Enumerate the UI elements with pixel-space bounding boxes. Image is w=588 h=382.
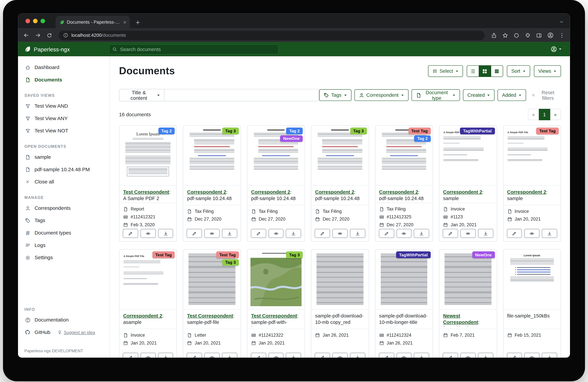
sidebar-item-dashboard[interactable]: Dashboard [18,61,110,74]
app-brand[interactable]: Paperless-ngx [24,46,70,53]
sidebar-item-sample[interactable]: sample [18,151,110,163]
tab-close-icon[interactable] [123,20,127,24]
zoom-window-button[interactable] [41,19,45,23]
sidebar-item-close-all[interactable]: Close all [18,176,110,188]
view-button[interactable] [204,353,220,358]
download-button[interactable] [414,353,429,358]
tag-badge[interactable]: TagWithPartial [396,251,431,258]
view-button[interactable] [204,229,220,238]
document-thumbnail[interactable]: Tag 3 [311,126,368,186]
select-button[interactable]: Select [428,65,463,77]
view-button[interactable] [396,353,412,358]
tag-badge[interactable]: Tag 2 [414,135,431,142]
view-button[interactable] [140,229,156,238]
sidebar-item-document-types[interactable]: Document types [18,227,110,239]
tag-badge[interactable]: Test Tag [216,251,239,258]
document-thumbnail[interactable]: Tag 3 [183,126,241,186]
sidebar-item-documentation[interactable]: Documentation [18,314,110,326]
document-thumbnail[interactable]: Tag 2NewOne [248,126,305,186]
tag-badge[interactable]: NewOne [280,135,303,142]
correspondent-filter-button[interactable]: Correspondent [354,89,408,101]
list-view-button[interactable] [467,65,479,77]
search-input[interactable] [119,46,275,52]
tags-filter-button[interactable]: Tags [319,89,351,101]
sidebar-item-settings[interactable]: Settings [18,251,110,264]
correspondent-link[interactable]: Correspondent 2 [507,189,546,195]
view-button[interactable] [460,229,476,238]
correspondent-link[interactable]: Test Correspondent [123,189,169,195]
extensions-puzzle-icon[interactable] [525,32,531,38]
sidebar-item-test-view-not[interactable]: Test View NOT [18,125,110,137]
user-menu-button[interactable] [548,46,564,53]
profile-avatar-icon[interactable] [547,32,554,38]
correspondent-link[interactable]: Newest Correspondent [443,313,478,325]
correspondent-link[interactable]: Correspondent 2 [379,189,418,195]
download-button[interactable] [286,229,301,238]
sidebar-item-tags[interactable]: Tags [18,214,110,227]
edit-button[interactable] [507,229,522,238]
correspondent-link[interactable]: Test Correspondent [251,313,297,319]
filter-text-input[interactable] [165,89,319,101]
view-button[interactable] [460,353,476,358]
reset-filters-button[interactable]: Reset filters [529,89,561,101]
prev-page-button[interactable]: « [528,109,539,120]
document-thumbnail[interactable]: Lorem Ipsum Tag 2 [119,126,176,186]
edit-button[interactable] [443,229,458,238]
download-button[interactable] [286,353,301,358]
tag-badge[interactable]: Tag 3 [286,251,303,258]
browser-tab[interactable]: Documents - Paperless-ngx [56,16,130,29]
edit-button[interactable] [251,229,266,238]
document-thumbnail[interactable]: A Simple PDF File TagWithPartial [440,126,497,186]
edit-button[interactable] [379,229,394,238]
document-thumbnail[interactable]: TagWithPartial [375,249,433,309]
page-1-button[interactable]: 1 [539,109,550,120]
tag-badge[interactable]: Tag 2 [286,127,303,134]
share-icon[interactable] [491,32,497,38]
document-thumbnail[interactable]: Test TagTag 3 [183,249,241,309]
edit-button[interactable] [123,353,138,358]
back-icon[interactable] [23,32,29,38]
correspondent-link[interactable]: Correspondent 2 [123,313,162,319]
close-window-button[interactable] [25,19,30,23]
added-filter-button[interactable]: Added [498,89,526,101]
grid-view-button[interactable] [479,65,491,77]
download-button[interactable] [414,229,429,238]
sidebar-item-test-view-any[interactable]: Test View ANY [18,112,110,125]
view-button[interactable] [268,353,284,358]
forward-icon[interactable] [35,32,41,38]
download-button[interactable] [222,229,237,238]
view-button[interactable] [332,353,348,358]
new-tab-button[interactable] [135,20,140,25]
views-button[interactable]: Views [534,65,561,77]
edit-button[interactable] [187,353,202,358]
address-bar[interactable]: localhost:4200/documents [59,31,485,40]
correspondent-link[interactable]: Test Correspondent [187,313,233,319]
view-button[interactable] [524,353,540,358]
tab-search-chevron-icon[interactable] [559,20,564,24]
download-button[interactable] [222,353,237,358]
site-info-icon[interactable] [63,33,68,38]
correspondent-link[interactable]: Correspondent 2 [187,189,226,195]
tag-badge[interactable]: Tag 3 [350,127,367,134]
edit-button[interactable] [443,353,458,358]
view-button[interactable] [268,229,284,238]
download-button[interactable] [158,353,173,358]
reload-icon[interactable] [46,32,52,38]
sidebar-item-documents[interactable]: Documents [18,74,110,86]
document-thumbnail[interactable]: Lorem ipsum [503,249,560,309]
filter-field-dropdown[interactable]: Title & content [119,89,165,101]
download-button[interactable] [158,229,173,238]
view-button[interactable] [396,229,412,238]
minimize-window-button[interactable] [33,19,38,23]
edit-button[interactable] [251,353,266,358]
download-button[interactable] [478,229,493,238]
document-thumbnail[interactable] [311,249,368,309]
created-filter-button[interactable]: Created [463,89,495,101]
tag-badge[interactable]: NewOne [472,251,495,258]
side-panel-icon[interactable] [536,32,542,38]
edit-button[interactable] [315,353,330,358]
view-button[interactable] [524,229,540,238]
detail-view-button[interactable] [491,65,503,77]
sidebar-item-test-view-and[interactable]: Test View AND [18,100,110,112]
document-thumbnail[interactable]: A Simple PDF File Test Tag [503,126,560,186]
